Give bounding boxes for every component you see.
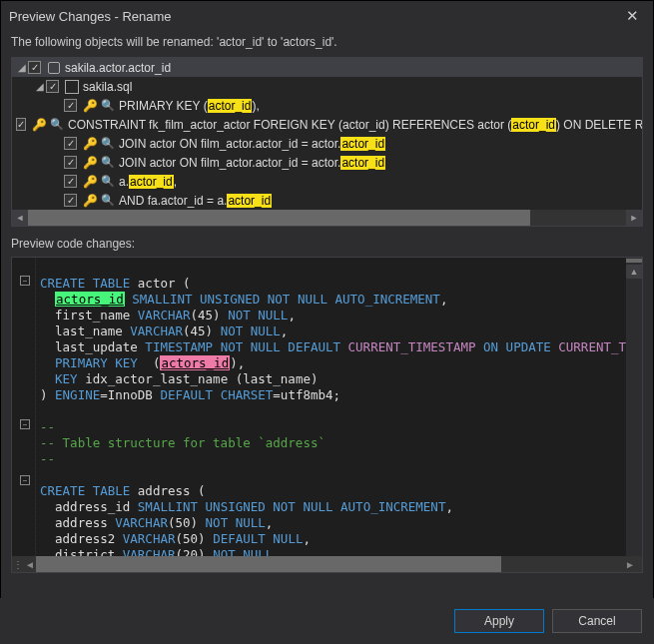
scroll-left-icon[interactable]: ◄ xyxy=(12,210,28,226)
scroll-right-icon[interactable]: ► xyxy=(618,556,642,572)
dialog-title: Preview Changes - Rename xyxy=(9,9,619,24)
code-preview: − − − CREATE TABLE actor ( actors_id SMA… xyxy=(11,257,643,573)
magnifier-icon: 🔍 xyxy=(101,175,115,188)
tree-text: PRIMARY KEY (actor_id), xyxy=(119,99,260,113)
checkbox[interactable]: ✓ xyxy=(16,118,26,131)
code-editor[interactable]: CREATE TABLE actor ( actors_id SMALLINT … xyxy=(36,258,626,572)
tree-item[interactable]: ✓🔑🔍PRIMARY KEY (actor_id), xyxy=(12,96,642,115)
fold-icon[interactable]: − xyxy=(20,419,30,429)
button-bar: Apply Cancel xyxy=(0,598,654,644)
checkbox[interactable]: ✓ xyxy=(46,80,59,93)
magnifier-icon: 🔍 xyxy=(101,137,115,150)
reference-icon: 🔑 xyxy=(83,194,97,208)
reference-icon: 🔑 xyxy=(83,99,97,113)
checkbox[interactable]: ✓ xyxy=(64,99,77,112)
preview-label: Preview code changes: xyxy=(1,227,653,255)
reference-icon: 🔑 xyxy=(32,118,46,132)
changes-tree: ◢ ✓ sakila.actor.actor_id ◢ ✓ sakila.sql… xyxy=(11,57,643,227)
scroll-up-icon[interactable]: ▲ xyxy=(626,265,642,279)
titlebar: Preview Changes - Rename ✕ xyxy=(1,1,653,31)
tree-text: CONSTRAINT fk_film_actor_actor FOREIGN K… xyxy=(68,118,642,132)
tree-horizontal-scrollbar[interactable]: ◄ ► xyxy=(12,210,642,226)
tree-text: JOIN actor ON film_actor.actor_id = acto… xyxy=(119,156,385,170)
tree-text: JOIN actor ON film_actor.actor_id = acto… xyxy=(119,137,385,151)
code-vertical-scrollbar[interactable]: ▲ ▼ xyxy=(626,258,642,572)
chevron-down-icon[interactable]: ◢ xyxy=(34,81,46,92)
reference-icon: 🔑 xyxy=(83,137,97,151)
fold-icon[interactable]: − xyxy=(20,475,30,485)
tree-item[interactable]: ✓🔑🔍JOIN actor ON film_actor.actor_id = a… xyxy=(12,134,642,153)
magnifier-icon: 🔍 xyxy=(50,118,64,131)
tree-scroll[interactable]: ◢ ✓ sakila.actor.actor_id ◢ ✓ sakila.sql… xyxy=(12,58,642,212)
tree-text: a.actor_id, xyxy=(119,175,177,189)
tree-item[interactable]: ✓🔑🔍AND fa.actor_id = a.actor_id xyxy=(12,191,642,210)
column-icon xyxy=(47,61,61,75)
cancel-button[interactable]: Cancel xyxy=(552,609,642,633)
tree-file[interactable]: ◢ ✓ sakila.sql xyxy=(12,77,642,96)
magnifier-icon: 🔍 xyxy=(101,194,115,207)
checkbox[interactable]: ✓ xyxy=(64,156,77,169)
tree-item[interactable]: ✓🔑🔍a.actor_id, xyxy=(12,172,642,191)
code-gutter: − − − xyxy=(12,258,36,572)
fold-icon[interactable]: − xyxy=(20,276,30,286)
rename-message: The following objects will be renamed: '… xyxy=(1,31,653,55)
split-handle-icon[interactable] xyxy=(626,259,642,263)
checkbox[interactable]: ✓ xyxy=(64,194,77,207)
tree-item[interactable]: ✓🔑🔍JOIN actor ON film_actor.actor_id = a… xyxy=(12,153,642,172)
scroll-right-icon[interactable]: ► xyxy=(626,210,642,226)
code-horizontal-scrollbar[interactable]: ⋮◄ ► xyxy=(12,556,642,572)
split-handle-icon[interactable]: ⋮◄ xyxy=(12,556,36,572)
tree-root[interactable]: ◢ ✓ sakila.actor.actor_id xyxy=(12,58,642,77)
tree-label: sakila.sql xyxy=(83,80,132,94)
checkbox[interactable]: ✓ xyxy=(64,137,77,150)
tree-item[interactable]: ✓🔑🔍CONSTRAINT fk_film_actor_actor FOREIG… xyxy=(12,115,642,134)
tree-text: AND fa.actor_id = a.actor_id xyxy=(119,194,272,208)
magnifier-icon: 🔍 xyxy=(101,156,115,169)
reference-icon: 🔑 xyxy=(83,156,97,170)
close-icon[interactable]: ✕ xyxy=(619,6,645,26)
apply-button[interactable]: Apply xyxy=(454,609,544,633)
checkbox[interactable]: ✓ xyxy=(28,61,41,74)
tree-label: sakila.actor.actor_id xyxy=(65,61,171,75)
chevron-down-icon[interactable]: ◢ xyxy=(16,62,28,73)
checkbox[interactable]: ✓ xyxy=(64,175,77,188)
magnifier-icon: 🔍 xyxy=(101,99,115,112)
sql-file-icon xyxy=(65,80,79,94)
reference-icon: 🔑 xyxy=(83,175,97,189)
